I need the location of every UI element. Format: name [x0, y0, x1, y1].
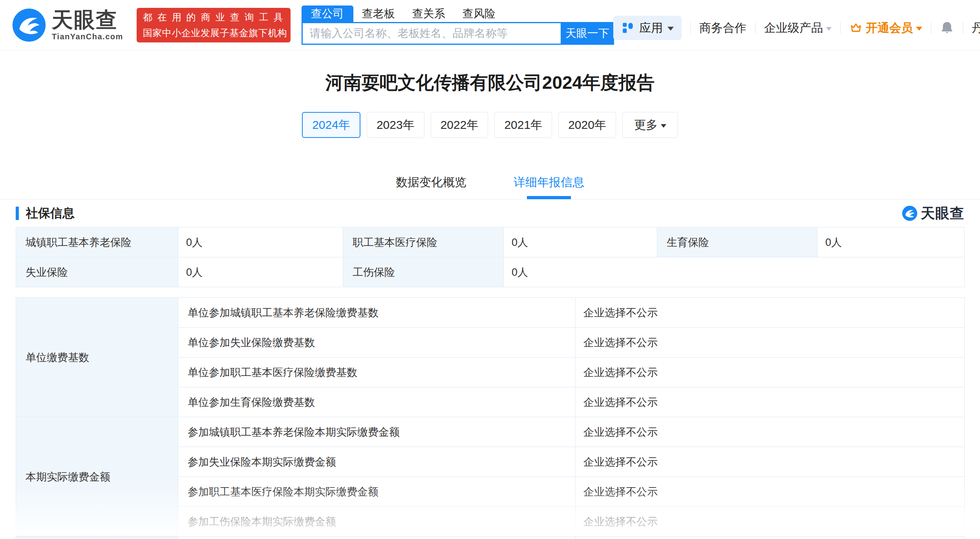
social-insurance-section: 社保信息 天眼查 城镇职工基本养老保险0人职工基本医疗保险0人生育保险0人失业保… [0, 203, 980, 539]
page-title: 河南耍吧文化传播有限公司2024年度报告 [0, 72, 980, 94]
value-cell: 0人 [178, 257, 343, 287]
view-tab-label: 数据变化概览 [396, 176, 466, 189]
search-tab-查风险[interactable]: 查风险 [454, 6, 504, 22]
search-button[interactable]: 天眼一下 [561, 22, 614, 45]
promo-line-2: 国家中小企业发展子基金旗下机构 [143, 27, 284, 39]
year-tab-label: 2023年 [377, 117, 415, 133]
value-cell: 企业选择不公示 [576, 417, 965, 447]
year-tab-label: 更多 [634, 117, 658, 133]
tab-详细年报信息[interactable]: 详细年报信息 [514, 169, 584, 199]
year-tab-2020年[interactable]: 2020年 [558, 112, 616, 138]
item-cell: 单位参加生育保险缴费基数 [178, 387, 576, 417]
value-cell: 0人 [504, 257, 965, 287]
view-tabs: 数据变化概览详细年报信息 [0, 169, 980, 200]
tab-数据变化概览[interactable]: 数据变化概览 [396, 169, 466, 199]
chevron-down-icon [661, 124, 666, 128]
value-cell: 0人 [504, 227, 657, 257]
item-cell: 参加城镇职工基本养老保险本期实际缴费金额 [178, 417, 576, 447]
item-cell: 参加职工基本医疗保险本期实际缴费金额 [178, 477, 576, 507]
chevron-down-icon [916, 27, 922, 31]
vip-label: 开通会员 [866, 20, 913, 36]
apps-menu-button[interactable]: 应用 [613, 16, 682, 40]
table-row: 单位缴费基数单位参加城镇职工基本养老保险缴费基数企业选择不公示 [16, 298, 965, 328]
item-cell: 单位参加职工基本医疗保险缴费基数 [178, 358, 576, 387]
search-tabs: 查公司查老板查关系查风险 [302, 6, 614, 22]
nav-divider [963, 22, 963, 34]
value-cell: 企业选择不公示 [576, 358, 965, 387]
promo-banner: 都在用的商业查询工具 国家中小企业发展子基金旗下机构 [137, 8, 291, 42]
nav-divider [755, 22, 755, 34]
view-tab-label: 详细年报信息 [514, 176, 584, 189]
search-area: 查公司查老板查关系查风险 天眼一下 [302, 6, 614, 45]
year-tab-label: 2021年 [504, 117, 542, 133]
apps-label: 应用 [639, 20, 663, 36]
section-header: 社保信息 天眼查 [16, 203, 964, 224]
label-cell: 职工基本医疗保险 [343, 227, 504, 257]
table-row: 本期实际缴费金额参加城镇职工基本养老保险本期实际缴费金额企业选择不公示 [16, 417, 965, 447]
value-cell: 企业选择不公示 [576, 507, 965, 537]
nav-business-coop[interactable]: 商务合作 [699, 20, 746, 36]
table-row: 失业保险0人工伤保险0人 [16, 257, 965, 287]
label-cell: 失业保险 [16, 257, 178, 287]
item-cell [178, 537, 576, 539]
search-tab-查关系[interactable]: 查关系 [404, 6, 454, 22]
tianyancha-logo[interactable]: 天眼查 TianYanCha.com [12, 8, 123, 42]
label-cell: 生育保险 [657, 227, 817, 257]
user-account-menu[interactable]: 丹尼斯... [972, 20, 980, 36]
item-cell: 单位参加失业保险缴费基数 [178, 328, 576, 358]
value-cell: 企业选择不公示 [576, 387, 965, 417]
nav-open-vip[interactable]: 开通会员 [849, 20, 922, 36]
value-cell: 企业选择不公示 [576, 477, 965, 507]
search-tab-查老板[interactable]: 查老板 [353, 6, 404, 22]
year-tab-更多[interactable]: 更多 [622, 112, 678, 138]
search-box: 天眼一下 [302, 22, 614, 45]
group-label-cell: 本期实际缴费金额 [16, 417, 178, 537]
nav-divider [840, 22, 841, 34]
year-tab-2024年[interactable]: 2024年 [302, 112, 360, 138]
label-cell: 工伤保险 [343, 257, 504, 287]
promo-line-1: 都在用的商业查询工具 [143, 11, 284, 24]
year-tab-2021年[interactable]: 2021年 [494, 112, 552, 138]
apps-grid-icon [621, 21, 634, 35]
item-cell: 参加工伤保险本期实际缴费金额 [178, 507, 576, 537]
nav-divider [931, 22, 931, 34]
top-nav: 应用 商务合作 企业级产品 开通会员 [613, 16, 980, 40]
item-cell: 单位参加城镇职工基本养老保险缴费基数 [178, 298, 576, 328]
year-tab-label: 2020年 [568, 117, 606, 133]
username: 丹尼斯... [972, 20, 980, 36]
value-cell: 0人 [817, 227, 965, 257]
insurance-summary-table: 城镇职工基本养老保险0人职工基本医疗保险0人生育保险0人失业保险0人工伤保险0人 [16, 227, 965, 287]
table-row: 城镇职工基本养老保险0人职工基本医疗保险0人生育保险0人 [16, 227, 965, 257]
page: 天眼查 TianYanCha.com 都在用的商业查询工具 国家中小企业发展子基… [0, 0, 980, 539]
section-marker-bar [16, 207, 19, 220]
year-tab-label: 2024年 [312, 117, 350, 133]
label-cell: 城镇职工基本养老保险 [16, 227, 178, 257]
year-tab-2022年[interactable]: 2022年 [431, 112, 488, 138]
chevron-down-icon [826, 27, 832, 31]
top-header: 天眼查 TianYanCha.com 都在用的商业查询工具 国家中小企业发展子基… [0, 0, 980, 50]
year-tabs: 2024年2023年2022年2021年2020年更多 [0, 112, 980, 138]
nav-enterprise-products[interactable]: 企业级产品 [764, 20, 832, 36]
item-cell: 参加失业保险本期实际缴费金额 [178, 447, 576, 477]
year-tab-2023年[interactable]: 2023年 [367, 112, 424, 138]
value-cell: 企业选择不公示 [576, 447, 965, 477]
notification-bell-icon[interactable] [940, 21, 954, 35]
logo-domain: TianYanCha.com [52, 32, 123, 41]
logo-text: 天眼查 TianYanCha.com [52, 9, 123, 41]
section-title: 社保信息 [26, 205, 75, 222]
group-label-cell: 单位缴费基数 [16, 298, 178, 417]
crown-icon [849, 21, 863, 35]
active-tab-underline [527, 196, 571, 199]
enterprise-label: 企业级产品 [764, 20, 823, 36]
eye-logo-icon [12, 8, 46, 42]
value-cell [576, 537, 965, 539]
report-head: 河南耍吧文化传播有限公司2024年度报告 2024年2023年2022年2021… [0, 50, 980, 138]
value-cell: 企业选择不公示 [576, 328, 965, 358]
search-input[interactable] [302, 22, 561, 45]
chevron-down-icon [667, 27, 674, 31]
year-tab-label: 2022年 [441, 117, 479, 133]
search-tab-查公司[interactable]: 查公司 [302, 6, 353, 22]
value-cell: 企业选择不公示 [576, 298, 965, 328]
nav-divider [690, 22, 691, 34]
value-cell: 0人 [178, 227, 343, 257]
